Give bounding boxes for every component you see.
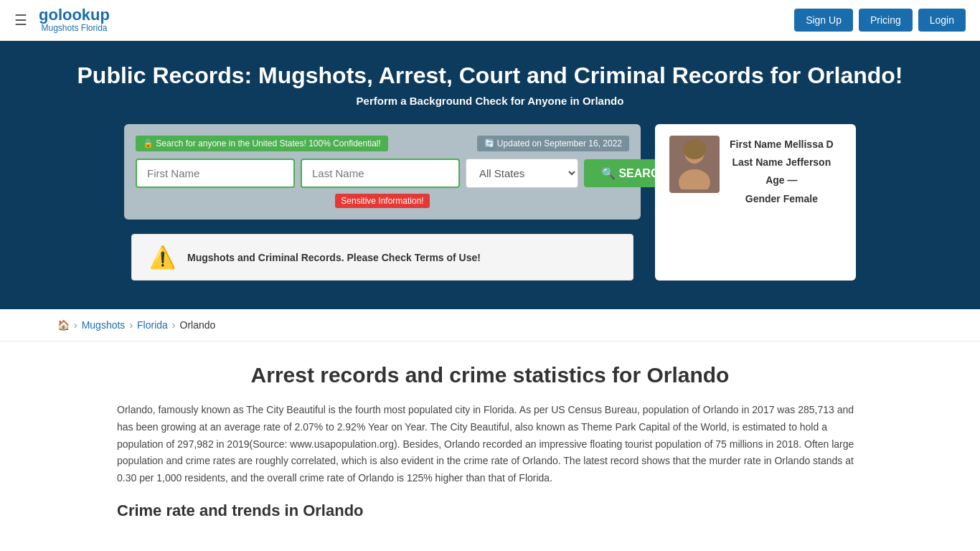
- avatar: [669, 136, 720, 193]
- search-confidential-label: 🔒 Search for anyone in the United States…: [136, 136, 388, 151]
- logo-name: golookup: [39, 7, 110, 23]
- hero-subheading: Perform a Background Check for Anyone in…: [14, 95, 966, 107]
- search-top-bar: 🔒 Search for anyone in the United States…: [136, 136, 629, 151]
- breadcrumb-sep-2: ›: [129, 319, 133, 331]
- profile-age: Age —: [730, 171, 834, 189]
- terms-bar: ⚠️ Mugshots and Criminal Records. Please…: [131, 234, 633, 281]
- profile-first-name: First Name Mellissa D: [730, 136, 834, 154]
- state-select[interactable]: All StatesAlabamaAlaskaArizonaArkansasCa…: [466, 159, 578, 188]
- breadcrumb-home[interactable]: 🏠: [57, 319, 70, 331]
- main-content: Arrest records and crime statistics for …: [60, 342, 920, 549]
- breadcrumb-mugshots[interactable]: Mugshots: [82, 319, 126, 331]
- breadcrumb-nav: 🏠 › Mugshots › Florida › Orlando: [0, 309, 980, 342]
- breadcrumb-sep-3: ›: [172, 319, 176, 331]
- breadcrumb-sep-1: ›: [74, 319, 77, 331]
- breadcrumb: 🏠 › Mugshots › Florida › Orlando: [57, 319, 923, 331]
- profile-gender: Gender Female: [730, 190, 834, 208]
- hero-section: Public Records: Mugshots, Arrest, Court …: [0, 41, 980, 309]
- profile-info: First Name Mellissa D Last Name Jefferso…: [730, 136, 834, 208]
- sensitive-badge: Sensitive Information!: [335, 194, 429, 208]
- svg-point-1: [679, 169, 710, 189]
- header-nav: Sign Up Pricing Login: [794, 9, 966, 32]
- content-heading: Arrest records and crime statistics for …: [117, 363, 863, 387]
- content-body: Orlando, famously known as The City Beau…: [117, 402, 863, 487]
- site-header: ☰ golookup Mugshots Florida Sign Up Pric…: [0, 0, 980, 41]
- header-left: ☰ golookup Mugshots Florida: [14, 7, 110, 33]
- first-name-input[interactable]: [136, 159, 295, 188]
- hamburger-icon[interactable]: ☰: [14, 11, 27, 29]
- hero-heading: Public Records: Mugshots, Arrest, Court …: [14, 62, 966, 89]
- terms-text: Mugshots and Criminal Records. Please Ch…: [187, 252, 481, 263]
- breadcrumb-orlando: Orlando: [180, 319, 216, 331]
- profile-card: First Name Mellissa D Last Name Jefferso…: [655, 124, 856, 281]
- warning-icon: ⚠️: [149, 245, 176, 270]
- logo[interactable]: golookup Mugshots Florida: [39, 7, 110, 33]
- last-name-input[interactable]: [301, 159, 460, 188]
- crime-heading: Crime rate and trends in Orlando: [117, 501, 863, 520]
- login-button[interactable]: Login: [918, 9, 966, 32]
- search-card: 🔒 Search for anyone in the United States…: [124, 124, 641, 220]
- search-section: 🔒 Search for anyone in the United States…: [124, 124, 641, 281]
- search-inputs: All StatesAlabamaAlaskaArizonaArkansasCa…: [136, 159, 629, 188]
- search-updated-label: 🔄 Updated on September 16, 2022: [477, 136, 629, 151]
- breadcrumb-florida[interactable]: Florida: [137, 319, 168, 331]
- hero-content: 🔒 Search for anyone in the United States…: [60, 124, 920, 281]
- profile-last-name: Last Name Jefferson: [730, 154, 834, 171]
- pricing-button[interactable]: Pricing: [859, 9, 913, 32]
- signup-button[interactable]: Sign Up: [794, 9, 853, 32]
- svg-point-2: [683, 139, 706, 159]
- logo-subtitle: Mugshots Florida: [39, 23, 110, 33]
